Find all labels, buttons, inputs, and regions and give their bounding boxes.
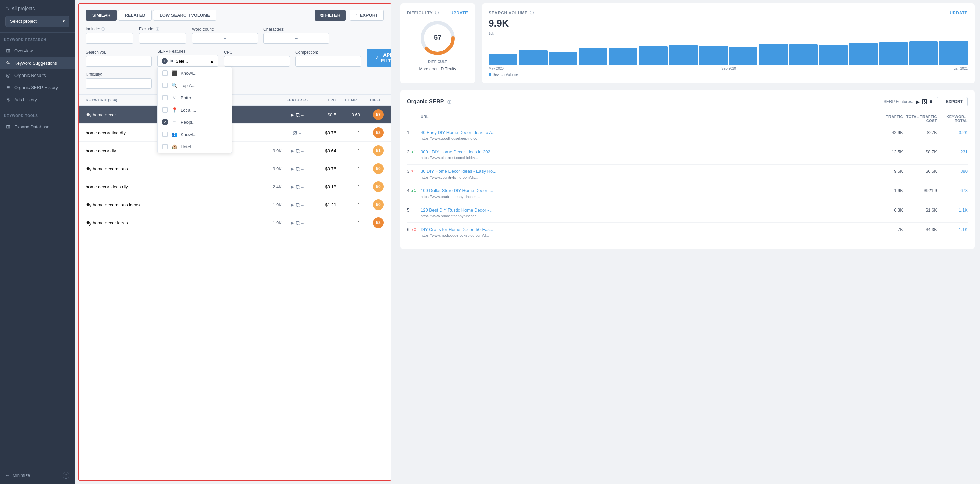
sidebar-item-label: Organic SERP History (14, 85, 58, 90)
serp-option-knowledge-graph[interactable]: 👥 Knowl... (158, 128, 232, 140)
serp-checkbox-top-ads[interactable] (162, 83, 168, 88)
difficulty-update-link[interactable]: Update (450, 11, 468, 15)
sv-update-link[interactable]: Update (950, 11, 968, 15)
table-row[interactable]: diy home decor ideas 1.9K ▶ 🖼 ≡ – 1 52 (79, 214, 391, 232)
bar-chart (488, 38, 968, 65)
tab-similar[interactable]: SIMILAR (86, 10, 117, 21)
serp-option-hotels-pack[interactable]: 🏨 Hotel ... (158, 140, 232, 153)
filter-button[interactable]: ⧉ FILTER (315, 10, 346, 21)
rank-down-icon: ▼2 (411, 227, 416, 231)
minimize-button[interactable]: ← Minimize (5, 473, 30, 478)
competition-input[interactable] (295, 56, 361, 67)
table-row[interactable]: diy home decor ▶ 🖼 ≡ $0.5 0.63 57 (79, 106, 391, 124)
bar (669, 45, 698, 65)
serp-checkbox-knowledge-graph[interactable] (162, 132, 168, 137)
table-row[interactable]: home decorating diy 🖼 ≡ $0.76 1 52 (79, 124, 391, 142)
export-button[interactable]: ↑ EXPORT (350, 10, 384, 21)
sidebar-footer[interactable]: ← Minimize ? (0, 466, 75, 484)
serp-checkbox-hotels-pack[interactable] (162, 144, 168, 149)
apply-filters-button[interactable]: ✓ APPLY FILTERS (367, 49, 391, 67)
url-title-link[interactable]: 900+ DIY Home Decor ideas in 202... (421, 149, 876, 154)
sidebar-item-keyword-suggestions[interactable]: ✎ Keyword Suggestions (0, 57, 75, 69)
serp-option-label: Hotel ... (181, 144, 196, 149)
sidebar-item-organic-results[interactable]: ◎ Organic Results (0, 69, 75, 81)
volume-cell: 9.9K (258, 148, 282, 153)
serp-option-local-pack[interactable]: 📍 Local ... (158, 104, 232, 116)
serp-checkbox-local-pack[interactable] (162, 107, 168, 113)
diff-cell: 50 (360, 163, 384, 174)
filter-label: FILTER (325, 13, 340, 18)
tab-low-volume[interactable]: LOW SEARCH VOLUME (153, 10, 216, 21)
sidebar-item-ads-history[interactable]: $ Ads History (0, 94, 75, 106)
serp-features-label: SERP Features: (157, 49, 218, 54)
table-row[interactable]: diy home decorations 9.9K ▶ 🖼 ≡ $0.76 1 … (79, 160, 391, 178)
filter-competition: Competition: (295, 50, 361, 67)
all-projects-link[interactable]: ⌂ All projects (5, 5, 69, 11)
serp-features-trigger[interactable]: 1 ✕ Sele... ▲ (157, 55, 218, 67)
bar (549, 52, 578, 65)
organic-serp-info-icon[interactable]: ⓘ (447, 100, 451, 104)
serp-option-people-also-ask[interactable]: ✓ ≡ Peopl... (158, 116, 232, 128)
sidebar-item-overview[interactable]: ⊞ Overview (0, 44, 75, 57)
cpc-cell: $0.5 (312, 112, 336, 117)
exclude-info-icon[interactable]: ⓘ (156, 27, 159, 31)
keyword-total-cell[interactable]: 678 (937, 188, 968, 193)
search-vol-input[interactable] (86, 56, 152, 67)
word-count-input[interactable] (192, 33, 258, 44)
organic-export-button[interactable]: ↑ EXPORT (937, 97, 968, 106)
serp-checkbox-people-also-ask[interactable]: ✓ (162, 119, 168, 125)
serp-checkbox-knowledge[interactable] (162, 70, 168, 76)
image-serp-icon[interactable]: 🖼 (922, 98, 927, 105)
keyword-total-cell[interactable]: 1.1K (937, 227, 968, 232)
characters-input[interactable] (263, 33, 329, 44)
url-title-link[interactable]: 30 DIY Home Decor Ideas - Easy Ho... (421, 169, 876, 174)
url-title-link[interactable]: DIY Crafts for Home Decor: 50 Eas... (421, 227, 876, 232)
serp-option-top-ads[interactable]: 🔍 Top A... (158, 79, 232, 92)
check-icon: ✓ (375, 55, 379, 60)
list-feature-icon: ≡ (299, 130, 301, 135)
keyword-cell: diy home decorations (86, 166, 258, 171)
comp-cell: 1 (336, 166, 360, 171)
circle-icon: ◎ (5, 73, 11, 78)
url-title-link[interactable]: 100 Dollar Store DIY Home Decor I... (421, 188, 876, 193)
serp-clear-icon[interactable]: ✕ (170, 59, 173, 63)
difficulty-info-icon[interactable]: ⓘ (435, 10, 439, 15)
sv-info-icon[interactable]: ⓘ (530, 10, 534, 15)
bar (849, 43, 878, 65)
serp-option-bottom-ads[interactable]: ⊽ Botto... (158, 92, 232, 104)
video-icon: ▶ (291, 112, 294, 117)
exclude-select[interactable] (139, 33, 186, 44)
help-icon[interactable]: ? (63, 472, 69, 479)
chart-label: Jan 2021 (954, 67, 968, 70)
keyword-total-cell[interactable]: 880 (937, 169, 968, 174)
url-domain: https://www.prudentpennypincher.... (421, 214, 480, 218)
list-serp-icon[interactable]: ≡ (929, 98, 932, 105)
video-icon: ▶ (291, 184, 294, 189)
include-select[interactable] (86, 33, 134, 44)
more-about-difficulty-link[interactable]: More about Difficulty (419, 67, 456, 71)
serp-option-knowledge-panel[interactable]: ⬛ Knowl... (158, 67, 232, 79)
table-row[interactable]: diy home decorations ideas 1.9K ▶ 🖼 ≡ $1… (79, 196, 391, 214)
hotels-pack-icon: 🏨 (171, 144, 177, 149)
sidebar-item-expand-database[interactable]: ⊞ Expand Database (0, 121, 75, 133)
url-title-link[interactable]: 40 Easy DIY Home Decor Ideas to A... (421, 130, 876, 135)
video-serp-icon[interactable]: ▶ (916, 98, 920, 105)
sidebar-item-organic-serp-history[interactable]: ≡ Organic SERP History (0, 81, 75, 94)
total-cost-cell: $27K (903, 130, 937, 135)
project-select-dropdown[interactable]: Select project ▾ (5, 16, 69, 27)
tab-related[interactable]: RELATED (118, 10, 151, 21)
table-row[interactable]: home decor ideas diy 2.4K ▶ 🖼 ≡ $0.18 1 … (79, 178, 391, 196)
table-row[interactable]: home decor diy 9.9K ▶ 🖼 ≡ $0.64 1 51 (79, 142, 391, 160)
filter-row-2: Search vol.: SERP Features: 1 ✕ Sele... … (86, 49, 384, 67)
url-domain: https://www.pinterest.com/Hobby... (421, 156, 478, 160)
keyword-total-cell[interactable]: 231 (937, 149, 968, 154)
sv-title: SEARCH VOLUME ⓘ Update (488, 10, 968, 15)
url-title-link[interactable]: 120 Best DIY Rustic Home Decor - ... (421, 208, 876, 213)
right-panel: DIFFICULTY ⓘ Update 57 DIFFICULT More ab… (395, 0, 980, 484)
include-info-icon[interactable]: ⓘ (101, 27, 105, 31)
keyword-total-cell[interactable]: 3.2K (937, 130, 968, 135)
serp-checkbox-bottom-ads[interactable] (162, 95, 168, 100)
keyword-total-cell[interactable]: 1.1K (937, 208, 968, 213)
difficulty-input[interactable] (86, 78, 152, 89)
cpc-input[interactable] (224, 56, 290, 67)
